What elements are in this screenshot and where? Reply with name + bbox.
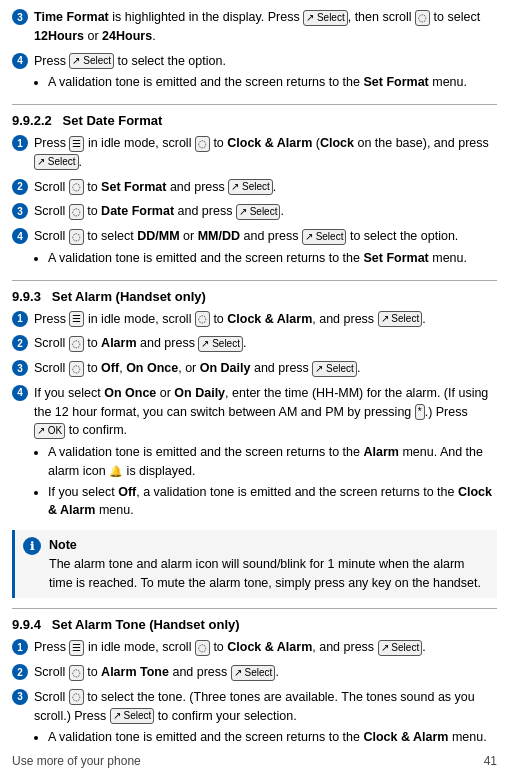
select-icon: ↗ Select [231,665,276,681]
set-alarm-tone-section: 9.9.4 Set Alarm Tone (Handset only) 1 Pr… [12,617,497,749]
section-divider [12,608,497,609]
bullet-item: If you select Off, a validation tone is … [48,483,497,521]
menu-icon: ☰ [69,640,84,656]
alarm-step-num-4: 4 [12,385,28,401]
step-num-3b: 3 [12,203,28,219]
select-icon: ↗ Select [69,53,114,69]
select-icon: ↗ Select [236,204,281,220]
menu-icon: ☰ [69,136,84,152]
step-num-4b: 4 [12,228,28,244]
select-icon: ↗ Select [198,336,243,352]
alarm-step-content-4: If you select On Once or On Daily, enter… [34,384,497,522]
step-content-4b: Scroll ◌ to select DD/MM or MM/DD and pr… [34,227,497,270]
note-icon: ℹ [23,537,41,555]
tone-step-content-1: Press ☰ in idle mode, scroll ◌ to Clock … [34,638,497,657]
scroll-icon: ◌ [69,689,84,705]
select-icon: ↗ Select [34,154,79,170]
menu-icon: ☰ [69,311,84,327]
select-icon: ↗ Select [378,640,423,656]
step-4: 4 Press ↗ Select to select the option. A… [12,52,497,95]
set-alarm-handset-header: 9.9.3 Set Alarm (Handset only) [12,289,497,304]
tone-step-num-3: 3 [12,689,28,705]
alarm-step-1: 1 Press ☰ in idle mode, scroll ◌ to Cloc… [12,310,497,329]
footer-right: 41 [484,754,497,768]
step-num-4: 4 [12,53,28,69]
set-alarm-tone-header: 9.9.4 Set Alarm Tone (Handset only) [12,617,497,632]
step-content-2: Scroll ◌ to Set Format and press ↗ Selec… [34,178,497,197]
select-icon: ↗ Select [302,229,347,245]
bullet-item: A validation tone is emitted and the scr… [48,443,497,481]
scroll-icon: ◌ [69,336,84,352]
alarm-step-num-1: 1 [12,311,28,327]
bullet-item: A validation tone is emitted and the scr… [48,249,497,268]
scroll-icon: ◌ [195,311,210,327]
tone-step-content-2: Scroll ◌ to Alarm Tone and press ↗ Selec… [34,663,497,682]
set-alarm-handset-section: 9.9.3 Set Alarm (Handset only) 1 Press ☰… [12,289,497,599]
select-icon: ↗ Select [303,10,348,26]
tone-step-num-1: 1 [12,639,28,655]
ok-icon: ↗ OK [34,423,65,439]
scroll-icon: ◌ [69,229,84,245]
alarm-step-content-1: Press ☰ in idle mode, scroll ◌ to Clock … [34,310,497,329]
bullet-item: A validation tone is emitted and the scr… [48,728,497,747]
step-content-1: Press ☰ in idle mode, scroll ◌ to Clock … [34,134,497,172]
note-box: ℹ Note The alarm tone and alarm icon wil… [12,530,497,598]
select-icon: ↗ Select [110,708,155,724]
scroll-icon: ◌ [69,665,84,681]
alarm-step-3: 3 Scroll ◌ to Off, On Once, or On Daily … [12,359,497,378]
scroll-icon: ◌ [69,361,84,377]
note-text: Note The alarm tone and alarm icon will … [49,536,489,592]
step-num-2: 2 [12,179,28,195]
alarm-step-content-2: Scroll ◌ to Alarm and press ↗ Select. [34,334,497,353]
alarm-step-4: 4 If you select On Once or On Daily, ent… [12,384,497,522]
tone-step-3: 3 Scroll ◌ to select the tone. (Three to… [12,688,497,749]
alarm-step-num-2: 2 [12,335,28,351]
set-date-format-section: 9.9.2.2 Set Date Format 1 Press ☰ in idl… [12,113,497,270]
step-3: 3 Time Format is highlighted in the disp… [12,8,497,46]
tone-step-num-2: 2 [12,664,28,680]
scroll-icon: ◌ [415,10,430,26]
section-divider [12,280,497,281]
footer-left: Use more of your phone [12,754,141,768]
select-icon: ↗ Select [228,179,273,195]
alarm-step-2: 2 Scroll ◌ to Alarm and press ↗ Select. [12,334,497,353]
select-icon: ↗ Select [312,361,357,377]
step-content-3b: Scroll ◌ to Date Format and press ↗ Sele… [34,202,497,221]
alarm-step-num-3: 3 [12,360,28,376]
scroll-icon: ◌ [69,179,84,195]
date-step-4: 4 Scroll ◌ to select DD/MM or MM/DD and … [12,227,497,270]
select-icon: ↗ Select [378,311,423,327]
bullet-item: A validation tone is emitted and the scr… [48,73,497,92]
step-content-3: Time Format is highlighted in the displa… [34,8,497,46]
page-footer: Use more of your phone 41 [12,754,497,768]
star-icon: * [415,404,425,420]
tone-step-1: 1 Press ☰ in idle mode, scroll ◌ to Cloc… [12,638,497,657]
step-num-1: 1 [12,135,28,151]
date-step-3: 3 Scroll ◌ to Date Format and press ↗ Se… [12,202,497,221]
tone-step-2: 2 Scroll ◌ to Alarm Tone and press ↗ Sel… [12,663,497,682]
step-content-4: Press ↗ Select to select the option. A v… [34,52,497,95]
scroll-icon: ◌ [69,204,84,220]
section-divider [12,104,497,105]
bell-icon: 🔔 [109,463,123,480]
date-step-2: 2 Scroll ◌ to Set Format and press ↗ Sel… [12,178,497,197]
step-num-3: 3 [12,9,28,25]
set-date-format-header: 9.9.2.2 Set Date Format [12,113,497,128]
tone-step-content-3: Scroll ◌ to select the tone. (Three tone… [34,688,497,749]
scroll-icon: ◌ [195,640,210,656]
alarm-step-content-3: Scroll ◌ to Off, On Once, or On Daily an… [34,359,497,378]
date-step-1: 1 Press ☰ in idle mode, scroll ◌ to Cloc… [12,134,497,172]
scroll-icon: ◌ [195,136,210,152]
time-format-section: 3 Time Format is highlighted in the disp… [12,8,497,94]
